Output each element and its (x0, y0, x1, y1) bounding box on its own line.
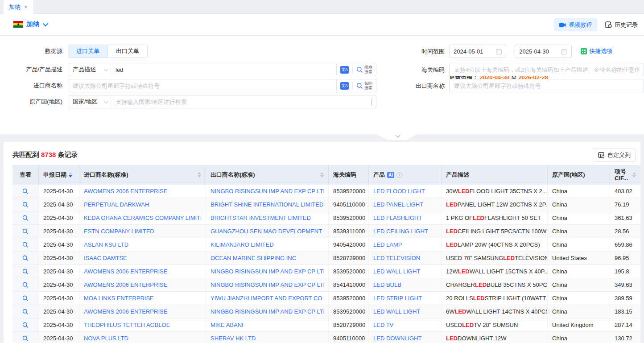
exporter-link[interactable]: NINGBO RISINGSUN IMP AND EXP CP LTD (211, 188, 324, 194)
declaration-date-cell: 2025-04-30 (39, 225, 79, 238)
importer-link[interactable]: PERPETUAL DARKWAH (84, 201, 149, 208)
view-record-button[interactable] (12, 278, 39, 292)
exporter-link[interactable]: YIWU JIANZHI IMPORT AND EXPORT CO LTD (211, 295, 324, 302)
product-link[interactable]: LED CEILING LIGHT (373, 228, 428, 235)
smart-search-button[interactable]: 智能搜索 (356, 81, 372, 90)
customize-columns-button[interactable]: 自定义列 (593, 149, 636, 161)
exporter-search-input[interactable] (449, 79, 644, 92)
description-text: 30W (446, 188, 458, 194)
importer-link[interactable]: MOA LINKS ENTERPRISE (84, 295, 154, 302)
importer-filter-group: 文A 智能搜索 (68, 79, 376, 92)
exporter-link[interactable]: GUANGZHOU SEN MAO DEVELOPMENT C... (211, 228, 324, 235)
product-link[interactable]: LED TV (373, 322, 393, 328)
tab-close-icon[interactable]: × (24, 4, 28, 10)
sort-icon[interactable] (632, 172, 636, 178)
view-record-button[interactable] (12, 265, 39, 278)
exporter-link[interactable]: BRIGHTSTAR INVESTMENT LIMITED (211, 215, 311, 221)
header-exporter-name[interactable]: 出口商名称(标准) (206, 165, 329, 185)
importer-link[interactable]: ASLAN KSU LTD (84, 241, 128, 248)
origin-search-input[interactable] (111, 95, 367, 108)
product-link[interactable]: LED STRIP LIGHT (373, 295, 422, 302)
quick-options-button[interactable]: 快捷选项 (581, 47, 612, 55)
data-source-export-tab[interactable]: 出口关单 (107, 45, 147, 58)
view-record-button[interactable] (12, 305, 39, 318)
view-record-button[interactable] (12, 225, 39, 238)
exporter-link[interactable]: NINGBO RISINGSUN IMP AND EXP CP LTD (211, 268, 324, 275)
exporter-link[interactable]: NINGBO RISINGSUN IMP AND EXP CP LTD (211, 308, 324, 315)
product-link[interactable]: LED LAMP (373, 241, 402, 248)
product-type-select[interactable]: 产品描述 (68, 63, 111, 76)
search-icon (22, 309, 29, 315)
importer-link[interactable]: ESTN COMPANY LIMITED (84, 228, 154, 235)
sort-icon[interactable] (320, 172, 324, 178)
header-declaration-date[interactable]: 申报日期 (39, 165, 79, 185)
view-record-button[interactable] (12, 252, 39, 265)
product-cell: LED TELEVISION (369, 252, 442, 265)
sort-icon[interactable] (69, 172, 72, 178)
header-importer-name[interactable]: 进口商名称(标准) (79, 165, 206, 185)
product-link[interactable]: LED BULB (373, 281, 401, 288)
description-cell: LED PANEL LIGHT 12W 20CTNS X 2P... (442, 198, 548, 211)
importer-link[interactable]: AWOMENS 2006 ENTERPRISE (84, 268, 167, 275)
cif-value-cell: 389.59 (610, 292, 640, 305)
sort-icon[interactable] (198, 172, 201, 178)
header-item-cif[interactable]: 项号CIF... (610, 165, 640, 185)
hs-code-input[interactable] (449, 63, 644, 76)
exporter-link[interactable]: BRIGHT SHINE INTERNATIONAL LIMITED (211, 201, 323, 208)
product-link[interactable]: LED FLASHLIGHT (373, 215, 422, 221)
origin-type-select[interactable]: 国家/地区 (68, 95, 111, 108)
view-record-button[interactable] (12, 238, 39, 252)
table-row: 2025-04-30ASLAN KSU LTDKILIMANJARO LIMIT… (12, 238, 640, 252)
exporter-link[interactable]: NINGBO RISINGSUN IMP AND EXP CP LTD (211, 281, 324, 288)
tab-ghana[interactable]: 加纳 × (4, 0, 33, 14)
product-link[interactable]: LED TELEVISION (373, 255, 420, 261)
product-link[interactable]: LED WALL LIGHT (373, 308, 420, 315)
start-date-value: 2024-05-01 (454, 48, 483, 55)
exporter-link[interactable]: MIKE ABANI (211, 322, 244, 328)
translate-icon[interactable]: 文A (340, 66, 349, 74)
table-row: 2025-04-30NOVA PLUS LTDSHERAV HK LTD9405… (12, 332, 640, 343)
view-record-button[interactable] (12, 332, 39, 343)
product-search-input[interactable] (111, 63, 336, 76)
description-text: 20 ROLLS (446, 295, 473, 302)
importer-link[interactable]: AWOMENS 2006 ENTERPRISE (84, 188, 167, 194)
search-icon (22, 188, 29, 194)
importer-link[interactable]: THEOPHILUS TETTEH AGBLOE (84, 322, 170, 328)
product-link[interactable]: LED DOWNLIGHT (373, 335, 421, 342)
video-tutorial-button[interactable]: 视频教程 (554, 18, 597, 31)
cif-value-cell: 130.72 (610, 332, 640, 343)
importer-search-input[interactable] (68, 79, 336, 92)
importer-link[interactable]: KEDA GHANA CERAMICS COMPANY LIMITED (84, 215, 201, 221)
view-record-button[interactable] (12, 198, 39, 211)
chevron-down-icon[interactable] (371, 99, 372, 106)
importer-link[interactable]: NOVA PLUS LTD (84, 335, 128, 342)
importer-link[interactable]: AWOMENS 2006 ENTERPRISE (84, 281, 167, 288)
exporter-link[interactable]: OCEAN MARINE SHIPPING INC (211, 255, 296, 261)
translate-icon[interactable]: 文A (340, 82, 349, 90)
fuzzy-search-label: 模糊搜索 (364, 65, 372, 74)
fuzzy-search-button[interactable]: 模糊搜索 (356, 65, 372, 74)
view-record-button[interactable] (12, 318, 39, 332)
view-record-button[interactable] (12, 292, 39, 305)
end-date-input[interactable]: 2025-04-30 (515, 45, 572, 58)
cif-value-cell: 96.95 (610, 252, 640, 265)
hs-code-label: 海关编码 (400, 66, 445, 74)
view-record-button[interactable] (12, 211, 39, 225)
product-link[interactable]: LED PANEL LIGHT (373, 201, 423, 208)
view-record-button[interactable] (12, 185, 39, 198)
importer-link[interactable]: AWOMENS 2006 ENTERPRISE (84, 308, 167, 315)
country-selector[interactable]: 加纳 (13, 20, 47, 29)
product-link[interactable]: LED WALL LIGHT (373, 268, 420, 275)
info-icon[interactable]: i (396, 172, 402, 178)
declaration-date-cell: 2025-04-30 (39, 265, 79, 278)
exporter-link[interactable]: SHERAV HK LTD (211, 335, 256, 342)
exporter-link[interactable]: KILIMANJARO LIMITED (211, 241, 274, 248)
search-icon (22, 322, 29, 328)
customize-columns-icon (598, 152, 605, 158)
collapse-filters-handle[interactable] (377, 134, 417, 140)
history-button[interactable]: 历史记录 (603, 21, 640, 29)
product-link[interactable]: LED FLOOD LIGHT (373, 188, 425, 194)
start-date-input[interactable]: 2024-05-01 (449, 45, 506, 58)
data-source-import-tab[interactable]: 进口关单 (68, 45, 108, 58)
importer-link[interactable]: ISAAC DAMTSE (84, 255, 127, 261)
